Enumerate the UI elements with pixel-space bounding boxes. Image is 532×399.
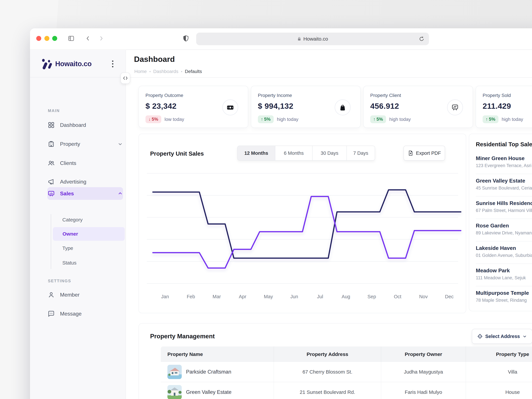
sidebar-subitem-category[interactable]: Category [62,214,119,225]
sidebar-item-clients[interactable]: Clients [47,157,123,169]
axis-tick: Nov [411,294,436,299]
sidebar-item-property[interactable]: Property [47,138,123,150]
url-text: Howaito.co [304,36,328,42]
dashboard-grid-icon [47,121,55,129]
arrow-down-icon: ↓ [148,117,151,122]
property-name: Multipurpose Temple [476,290,532,296]
series-line-dark [153,190,461,258]
desktop-background: Howaito.co Howaito.co [0,0,532,399]
arrow-up-icon: ↑ [486,117,488,122]
stat-title: Property Income [258,93,292,98]
target-icon [477,333,483,339]
status-badge: ↑5% [258,115,274,123]
list-item[interactable]: Meadow Park 111 Meadow Lane, Sejuk [476,264,532,286]
unit-sales-chart [139,134,466,313]
property-photo [167,385,182,399]
chevron-down-icon [117,141,123,147]
close-window-button[interactable] [36,36,41,41]
property-name: Parkside Craftsman [186,369,231,375]
browser-toolbar: Howaito.co [30,28,532,50]
sidebar-collapse-handle[interactable] [120,72,130,84]
column-header[interactable]: Property Name [161,347,274,362]
minimize-window-button[interactable] [44,36,49,41]
breadcrumb-current: Defaults [185,69,202,74]
axis-tick: Feb [178,294,204,299]
bag-icon [335,99,351,115]
property-name: Sunrise Hills Residence [476,200,532,206]
select-address-label: Select Address [485,334,520,339]
forward-button[interactable] [98,35,104,42]
sidebar-item-label: Member [60,292,79,298]
sales-board-icon [47,190,55,197]
sidebar-item-member[interactable]: Member [47,288,123,301]
logo-text: Howaito.co [55,60,92,68]
property-type: Villa [466,362,532,382]
sidebar-item-dashboard[interactable]: Dashboard [47,119,123,131]
axis-tick: Jan [152,294,178,299]
table-row[interactable]: Parkside Craftsman 67 Cherry Blossom St.… [161,362,532,382]
browser-window: Howaito.co Howaito.co [30,28,532,399]
axis-tick: Mar [204,294,230,299]
presentation-chart-icon [447,99,463,115]
breadcrumb-separator [181,71,182,72]
axis-tick: Dec [437,294,462,299]
property-unit-sales-card: Property Unit Sales 12 Months 6 Months 3… [139,134,466,313]
zoom-window-button[interactable] [52,36,57,41]
list-item[interactable]: Rose Garden 89 Lakeview Drive, Nyaman [476,219,532,241]
section-label-settings: SETTINGS [48,279,71,283]
property-address: 89 Lakeview Drive, Nyaman [476,230,532,236]
select-address-button[interactable]: Select Address [472,329,532,344]
sidebar-item-sales[interactable]: Sales [47,187,123,200]
shield-icon[interactable] [183,35,189,42]
breadcrumb-dashboards[interactable]: Dashboards [153,69,178,74]
property-name: Meadow Park [476,267,532,274]
status-badge: ↑5% [370,115,386,123]
list-item[interactable]: Green Valley Estate 45 Sunrise Boulevard… [476,174,532,196]
chat-bubble-icon [47,310,55,317]
arrow-up-icon: ↑ [261,117,263,122]
page-title: Dashboard [134,55,175,64]
back-button[interactable] [85,35,91,42]
sidebar-item-label: Advertising [60,179,86,185]
breadcrumb: Home Dashboards Defaults [134,69,202,74]
howaito-logo-icon [42,58,53,70]
property-address: 111 Meadow Lane, Sejuk [476,275,532,280]
arrow-up-icon: ↑ [373,117,376,122]
sidebar-item-label: Dashboard [60,122,86,128]
sidebar-menu-kebab-icon[interactable] [109,59,116,69]
stat-caption: low today [165,117,184,122]
megaphone-icon [47,178,55,185]
stat-card-property-income: Property Income $ 994,132 ↑5% high today [251,86,361,128]
list-item[interactable]: Sunrise Hills Residence 67 Palm Street, … [476,196,532,219]
stat-card-property-outcome: Property Outcome $ 23,342 ↓5% low today [139,86,248,128]
sidebar-toggle-icon[interactable] [68,35,75,42]
sidebar-item-advertising[interactable]: Advertising [47,175,123,188]
sidebar-item-message[interactable]: Message [47,307,123,320]
sidebar-subitem-owner[interactable]: Owner [53,227,125,241]
list-item[interactable]: Lakeside Haven 01 Golden Avenue, Suburbi… [476,241,532,264]
column-header[interactable]: Property Type [466,347,532,362]
property-address: 21 Sunset Boulevard Rd. [274,382,381,399]
person-icon [47,291,55,298]
list-item[interactable]: Miner Green House 123 Evergreen Terrace,… [476,152,532,174]
stat-caption: high today [502,117,523,122]
address-bar[interactable]: Howaito.co [196,32,429,45]
chevron-up-icon [117,191,123,196]
column-header[interactable]: Property Owner [381,347,466,362]
column-header[interactable]: Property Address [274,347,381,362]
breadcrumb-home[interactable]: Home [134,69,147,74]
property-name: Rose Garden [476,223,532,229]
sidebar-item-label: Message [60,311,82,317]
axis-tick: Oct [385,294,411,299]
table-row[interactable]: Green Valley Estate 21 Sunset Boulevard … [161,382,532,399]
list-item[interactable]: Multipurpose Temple 78 Maple Street, Rin… [476,286,532,309]
reload-icon[interactable] [419,36,424,42]
badge-delta: 5% [152,117,158,122]
subitem-label: Category [62,217,83,223]
lock-icon [297,37,301,41]
sidebar-subitem-type[interactable]: Type [62,243,119,254]
property-address: 67 Cherry Blossom St. [274,362,381,382]
axis-tick: Aug [333,294,359,299]
sidebar-subitem-status[interactable]: Status [62,257,119,268]
property-address: 78 Maple Street, Rindang [476,298,532,303]
